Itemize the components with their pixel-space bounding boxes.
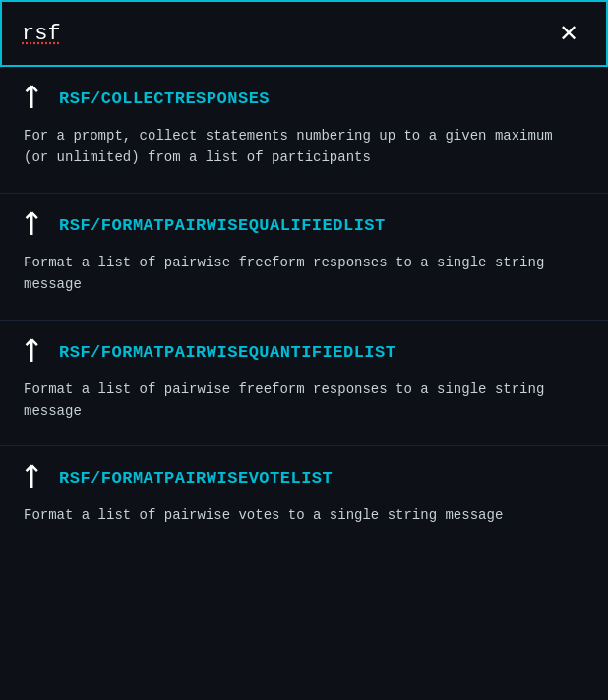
- svg-line-3: [21, 212, 43, 235]
- svg-line-0: [21, 86, 43, 108]
- tool-description-3: Format a list of pairwise freeform respo…: [24, 379, 584, 423]
- close-icon: ✕: [559, 20, 578, 46]
- result-item-formatpairwisequalifiedlist[interactable]: RSF/FORMATPAIRWISEQUALIFIEDLIST Format a…: [0, 194, 608, 321]
- tool-icon-2: [18, 209, 49, 241]
- tool-name-1: RSF/COLLECTRESPONSES: [59, 89, 270, 108]
- result-header-1: RSF/COLLECTRESPONSES: [24, 87, 584, 111]
- result-item-formatpairwisequantifiedlist[interactable]: RSF/FORMATPAIRWISEQUANTIFIEDLIST Format …: [0, 321, 608, 447]
- tool-icon-1: [18, 84, 49, 115]
- svg-line-6: [21, 339, 43, 362]
- search-bar-container: ✕: [0, 0, 608, 67]
- result-item-collectresponses[interactable]: RSF/COLLECTRESPONSES For a prompt, colle…: [0, 67, 608, 194]
- search-input[interactable]: [22, 22, 551, 46]
- tool-description-1: For a prompt, collect statements numberi…: [24, 125, 584, 169]
- app-container: ✕ RSF/COLLECTRESPONSES For a prompt, col…: [0, 0, 608, 669]
- tool-name-2: RSF/FORMATPAIRWISEQUALIFIEDLIST: [59, 216, 386, 235]
- tool-icon-3: [18, 336, 49, 368]
- result-header-4: RSF/FORMATPAIRWISEVOTELIST: [24, 466, 584, 491]
- results-container: RSF/COLLECTRESPONSES For a prompt, colle…: [0, 67, 608, 669]
- tool-icon-4: [18, 463, 49, 495]
- close-button[interactable]: ✕: [551, 18, 586, 49]
- tool-name-3: RSF/FORMATPAIRWISEQUANTIFIEDLIST: [59, 343, 395, 362]
- tool-description-4: Format a list of pairwise votes to a sin…: [24, 504, 584, 526]
- result-header-3: RSF/FORMATPAIRWISEQUANTIFIEDLIST: [24, 340, 584, 365]
- result-header-2: RSF/FORMATPAIRWISEQUALIFIEDLIST: [24, 213, 584, 238]
- result-item-formatpairwisevotelist[interactable]: RSF/FORMATPAIRWISEVOTELIST Format a list…: [0, 446, 608, 550]
- tool-description-2: Format a list of pairwise freeform respo…: [24, 252, 584, 296]
- svg-line-9: [21, 466, 43, 489]
- tool-name-4: RSF/FORMATPAIRWISEVOTELIST: [59, 469, 333, 488]
